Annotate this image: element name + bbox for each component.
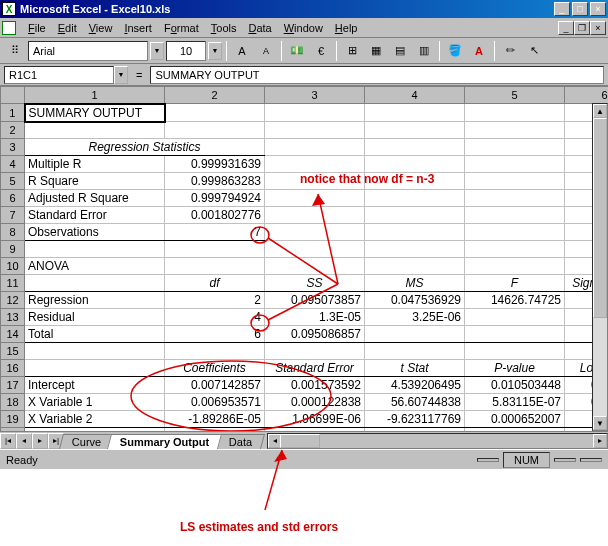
scroll-up-icon[interactable]: ▲ <box>593 104 607 118</box>
cell[interactable]: Observations <box>25 224 165 241</box>
cell[interactable]: Standard Error <box>265 360 365 377</box>
cell[interactable]: R Square <box>25 173 165 190</box>
cell[interactable]: SS <box>265 275 365 292</box>
cell[interactable]: Total <box>25 326 165 343</box>
menu-tools[interactable]: Tools <box>205 20 243 36</box>
tab-prev-icon[interactable]: ◂ <box>16 433 32 449</box>
cell[interactable]: 56.60744838 <box>365 394 465 411</box>
scroll-thumb[interactable] <box>593 118 607 318</box>
cell[interactable]: 3.25E-06 <box>365 309 465 326</box>
tab-first-icon[interactable]: |◂ <box>0 433 16 449</box>
tab-next-icon[interactable]: ▸ <box>32 433 48 449</box>
cell[interactable]: Adjusted R Square <box>25 190 165 207</box>
cell[interactable]: 0.999863283 <box>165 173 265 190</box>
document-icon[interactable] <box>2 21 16 35</box>
scroll-down-icon[interactable]: ▼ <box>593 416 607 430</box>
row-header[interactable]: 5 <box>1 173 25 190</box>
row-header[interactable]: 44 <box>1 428 25 432</box>
cell[interactable]: Multiple R <box>25 156 165 173</box>
borders-icon[interactable]: ▤ <box>389 40 411 62</box>
cell[interactable]: 0.999931639 <box>165 156 265 173</box>
sheet-tab-curve[interactable]: Curve <box>59 434 114 449</box>
cell[interactable]: 14626.74725 <box>465 292 565 309</box>
menu-window[interactable]: Window <box>278 20 329 36</box>
row-header[interactable]: 9 <box>1 241 25 258</box>
col-header[interactable]: 6 <box>565 87 609 104</box>
close-button[interactable]: × <box>590 2 606 16</box>
cell[interactable]: 0.095073857 <box>265 292 365 309</box>
cell[interactable]: 1.96699E-06 <box>265 411 365 428</box>
cell[interactable]: Residual <box>25 309 165 326</box>
cell[interactable]: P-value <box>465 360 565 377</box>
grid-icon[interactable]: ▥ <box>413 40 435 62</box>
menu-insert[interactable]: Insert <box>118 20 158 36</box>
font-dropdown-icon[interactable]: ▼ <box>150 42 164 60</box>
cell[interactable]: 0.000652007 <box>465 411 565 428</box>
currency-icon[interactable]: 💵 <box>286 40 308 62</box>
hscroll-thumb[interactable] <box>280 434 320 448</box>
scroll-right-icon[interactable]: ▸ <box>593 434 607 448</box>
cell[interactable]: 0.047536929 <box>365 292 465 309</box>
row-header[interactable]: 19 <box>1 411 25 428</box>
sheet-tab-summary[interactable]: Summary Output <box>107 434 222 449</box>
row-header[interactable]: 12 <box>1 292 25 309</box>
cell[interactable]: 0.095086857 <box>265 326 365 343</box>
col-header[interactable]: 5 <box>465 87 565 104</box>
row-header[interactable]: 14 <box>1 326 25 343</box>
cell[interactable]: 4 <box>165 309 265 326</box>
minimize-button[interactable]: _ <box>554 2 570 16</box>
sheet-tab-data[interactable]: Data <box>216 434 265 449</box>
horizontal-scrollbar[interactable]: ◂ ▸ <box>267 433 608 449</box>
font-grow-icon[interactable]: A <box>231 40 253 62</box>
menu-data[interactable]: Data <box>242 20 277 36</box>
col-header[interactable]: 1 <box>25 87 165 104</box>
doc-close-button[interactable]: × <box>590 21 606 35</box>
font-shrink-icon[interactable]: A <box>255 40 277 62</box>
table-icon[interactable]: ▦ <box>365 40 387 62</box>
cell[interactable]: 1.3E-05 <box>265 309 365 326</box>
size-dropdown-icon[interactable]: ▼ <box>208 42 222 60</box>
formula-input[interactable]: SUMMARY OUTPUT <box>150 66 604 84</box>
cell[interactable]: 0.007142857 <box>165 377 265 394</box>
cell[interactable]: 5.83115E-07 <box>465 394 565 411</box>
cell[interactable]: t Stat <box>365 360 465 377</box>
col-header[interactable]: 4 <box>365 87 465 104</box>
cell[interactable]: Regression <box>25 292 165 309</box>
cell[interactable]: ANOVA <box>25 258 165 275</box>
vertical-scrollbar[interactable]: ▲ ▼ <box>592 103 608 431</box>
namebox-dropdown-icon[interactable]: ▼ <box>114 66 128 84</box>
cell[interactable]: Regression Statistics <box>25 139 265 156</box>
cell[interactable]: F <box>465 275 565 292</box>
name-box[interactable]: R1C1 <box>4 66 114 84</box>
cell[interactable]: Coefficients <box>165 360 265 377</box>
doc-restore-button[interactable]: ❐ <box>574 21 590 35</box>
cell[interactable]: 0.001802776 <box>165 207 265 224</box>
menu-format[interactable]: Format <box>158 20 205 36</box>
row-header[interactable]: 15 <box>1 343 25 360</box>
select-all-cell[interactable] <box>1 87 25 104</box>
row-header[interactable]: 1 <box>1 104 25 122</box>
cell[interactable]: Standard Error <box>25 207 165 224</box>
font-name-box[interactable]: Arial <box>28 41 148 61</box>
row-header[interactable]: 16 <box>1 360 25 377</box>
cell[interactable]: Intercept <box>25 377 165 394</box>
cell[interactable]: 0.010503448 <box>465 377 565 394</box>
row-header[interactable]: 10 <box>1 258 25 275</box>
euro-icon[interactable]: € <box>310 40 332 62</box>
cell[interactable]: df <box>165 275 265 292</box>
cell[interactable]: 6 <box>165 326 265 343</box>
font-color-icon[interactable]: A <box>468 40 490 62</box>
cell[interactable]: 0.001573592 <box>265 377 365 394</box>
col-header[interactable]: 3 <box>265 87 365 104</box>
menu-edit[interactable]: Edit <box>52 20 83 36</box>
maximize-button[interactable]: □ <box>572 2 588 16</box>
merge-icon[interactable]: ⊞ <box>341 40 363 62</box>
doc-minimize-button[interactable]: _ <box>558 21 574 35</box>
cell[interactable]: MS <box>365 275 465 292</box>
menu-help[interactable]: Help <box>329 20 364 36</box>
row-header[interactable]: 13 <box>1 309 25 326</box>
select-icon[interactable]: ↖ <box>523 40 545 62</box>
row-header[interactable]: 3 <box>1 139 25 156</box>
toolbar-handle-icon[interactable]: ⠿ <box>4 40 26 62</box>
cell[interactable]: X Variable 2 <box>25 411 165 428</box>
